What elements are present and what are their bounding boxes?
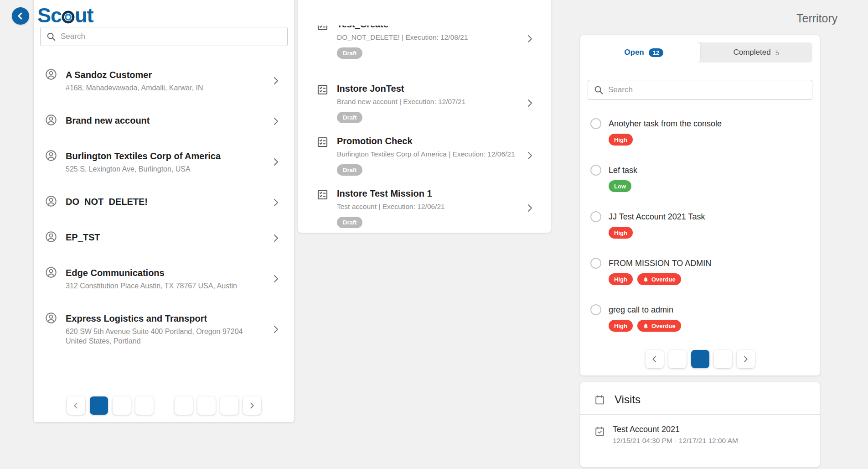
mission-status-badge: Draft xyxy=(337,112,362,123)
chevron-right-icon[interactable] xyxy=(270,197,281,208)
mission-subtitle: Burlington Textiles Corp of America | Ex… xyxy=(337,149,515,159)
mission-list-item[interactable]: Instore JonTest Brand new account | Exec… xyxy=(316,83,542,123)
mission-list: Test_Create DO_NOT_DELETE! | Execution: … xyxy=(316,26,542,240)
account-circle-icon xyxy=(45,195,57,209)
task-radio[interactable] xyxy=(590,118,601,129)
accounts-search-input[interactable] xyxy=(61,32,282,41)
page-button[interactable] xyxy=(220,396,238,415)
logo-text-prefix: Sc xyxy=(37,4,62,27)
task-badges: High Overdue xyxy=(609,273,810,285)
account-list-item[interactable]: Express Logistics and Transport 620 SW 5… xyxy=(40,302,288,357)
chevron-right-icon[interactable] xyxy=(270,324,281,335)
mission-list-item[interactable]: Instore Test Mission 1 Test account | Ex… xyxy=(316,188,542,228)
search-icon xyxy=(46,31,56,42)
page-button[interactable] xyxy=(714,350,732,368)
task-list-item: FROM MISSION TO ADMIN High xyxy=(590,258,810,285)
page-button[interactable] xyxy=(90,396,108,415)
tasks-search-input[interactable] xyxy=(608,85,806,94)
page-button[interactable] xyxy=(175,396,193,415)
account-list-item[interactable]: EP_TST xyxy=(40,220,288,256)
account-name: Brand new account xyxy=(66,115,150,126)
tasks-search-box xyxy=(588,80,812,100)
accounts-pagination xyxy=(34,396,294,415)
task-title: JJ Test Account 2021 Task xyxy=(609,212,705,222)
mission-status-badge: Draft xyxy=(337,164,362,176)
account-list-item[interactable]: A Sandoz Customer #168, Mahadevawada, Am… xyxy=(40,58,288,104)
tab-open-label: Open xyxy=(624,48,644,57)
chevron-right-icon[interactable] xyxy=(270,116,281,127)
mission-status-badge: Draft xyxy=(337,47,362,59)
task-list-item: Anotyher task from the console High xyxy=(590,118,810,146)
visits-title: Visits xyxy=(615,393,641,406)
mission-title: Test_Create xyxy=(337,26,468,30)
mission-list-item[interactable]: Test_Create DO_NOT_DELETE! | Execution: … xyxy=(316,26,542,59)
mission-list-item[interactable]: Promotion Check Burlington Textiles Corp… xyxy=(316,135,542,176)
calendar-check-icon xyxy=(594,426,605,445)
page-button[interactable] xyxy=(113,396,131,415)
task-title: FROM MISSION TO ADMIN xyxy=(609,259,711,268)
tab-completed[interactable]: Completed 5 xyxy=(700,42,813,63)
account-list-item[interactable]: Brand new account xyxy=(40,104,288,139)
account-name: Burlington Textiles Corp of America xyxy=(66,150,221,162)
chevron-right-icon xyxy=(247,401,257,411)
account-name: EP_TST xyxy=(66,231,100,243)
chevron-right-icon[interactable] xyxy=(270,75,281,86)
task-radio[interactable] xyxy=(590,211,601,222)
arrow-back-icon xyxy=(15,10,26,21)
visit-list-item[interactable]: Test Account 2021 12/15/21 04:30 PM - 12… xyxy=(580,415,820,445)
account-list-item[interactable]: Edge Communications 312 Constitution Pla… xyxy=(40,256,288,302)
page-button[interactable] xyxy=(158,396,170,415)
chevron-right-icon[interactable] xyxy=(270,233,281,244)
tasks-pagination xyxy=(580,350,820,368)
visit-title: Test Account 2021 xyxy=(613,425,738,434)
prev-page-button[interactable] xyxy=(646,350,664,368)
chevron-right-icon[interactable] xyxy=(524,33,535,44)
page-button[interactable] xyxy=(197,396,216,415)
badge-label: High xyxy=(614,323,627,329)
account-circle-icon xyxy=(45,312,57,326)
bell-icon xyxy=(643,276,649,282)
page-button[interactable] xyxy=(135,396,154,415)
chevron-right-icon[interactable] xyxy=(270,156,281,167)
account-address: #168, Mahadevawada, Amdalli, Karwar, IN xyxy=(66,83,203,93)
chevron-left-icon xyxy=(650,354,660,364)
account-address: 620 SW 5th Avenue Suite 400 Portland, Or… xyxy=(66,327,264,346)
back-button[interactable] xyxy=(12,7,29,25)
accounts-panel: A Sandoz Customer #168, Mahadevawada, Am… xyxy=(34,0,294,422)
account-list-item[interactable]: DO_NOT_DELETE! xyxy=(40,185,288,220)
account-name: DO_NOT_DELETE! xyxy=(66,196,148,208)
account-name: Express Logistics and Transport xyxy=(66,313,264,324)
page-buttons xyxy=(90,396,238,415)
priority-badge: High xyxy=(609,134,633,146)
account-circle-icon xyxy=(45,149,57,164)
task-radio[interactable] xyxy=(590,304,601,315)
bell-icon xyxy=(643,323,649,329)
tab-open[interactable]: Open 12 xyxy=(588,42,700,63)
task-radio[interactable] xyxy=(590,258,601,269)
task-title: Anotyher task from the console xyxy=(609,119,722,129)
next-page-button[interactable] xyxy=(737,350,755,368)
account-name: Edge Communications xyxy=(66,267,237,279)
account-circle-icon xyxy=(45,230,57,245)
task-radio[interactable] xyxy=(590,165,601,176)
mission-title: Instore JonTest xyxy=(337,83,465,94)
page-title: Territory xyxy=(796,12,837,25)
prev-page-button[interactable] xyxy=(67,396,85,415)
task-list-item: JJ Test Account 2021 Task High xyxy=(590,211,810,239)
next-page-button[interactable] xyxy=(243,396,261,415)
chevron-right-icon[interactable] xyxy=(524,98,535,109)
chevron-right-icon[interactable] xyxy=(524,150,535,161)
page-button[interactable] xyxy=(691,350,709,368)
chevron-right-icon[interactable] xyxy=(524,203,535,214)
badge-label: Low xyxy=(614,183,626,190)
page-button[interactable] xyxy=(668,350,687,368)
priority-badge: Overdue xyxy=(637,320,681,332)
badge-label: Overdue xyxy=(651,276,676,283)
account-circle-icon xyxy=(45,266,57,281)
account-list-item[interactable]: Burlington Textiles Corp of America 525 … xyxy=(40,139,288,185)
badge-label: High xyxy=(614,276,627,283)
mission-title: Instore Test Mission 1 xyxy=(337,188,445,199)
mission-subtitle: Test account | Execution: 12/06/21 xyxy=(337,202,445,211)
task-badges: High xyxy=(609,134,810,146)
chevron-right-icon[interactable] xyxy=(270,273,281,284)
